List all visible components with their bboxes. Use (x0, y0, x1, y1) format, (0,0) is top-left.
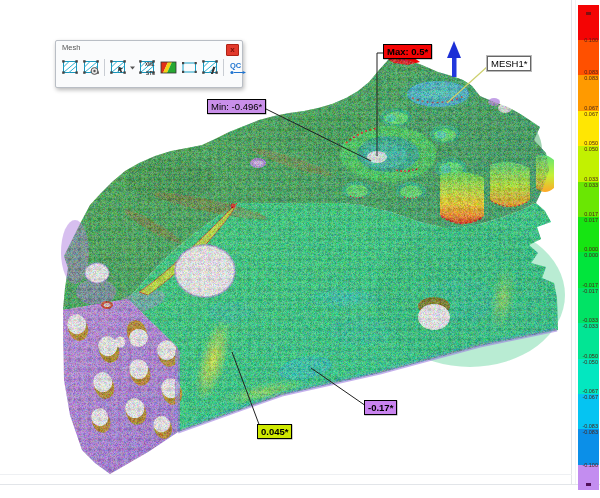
scale-max-marker (586, 12, 591, 15)
dropdown-caret-icon[interactable] (129, 58, 136, 76)
toolbar-icon-row: XMLSTLQC (60, 58, 247, 76)
3d-viewport[interactable]: Max: 0.5* MESH1* Min: -0.496* 0.045* -0.… (0, 0, 600, 498)
close-icon[interactable]: x (226, 44, 239, 56)
toolbar-separator (104, 59, 105, 76)
annotation-deviation-b[interactable]: -0.17* (364, 400, 397, 415)
scale-tick-label: 0.0500.050 (584, 140, 598, 152)
axis-arrow-icon (447, 41, 461, 77)
mesh-convert-stl-icon[interactable]: XMLSTL (137, 58, 157, 76)
annotation-max[interactable]: Max: 0.5* (383, 44, 432, 59)
scale-tick-label: -0.050-0.050 (582, 352, 598, 364)
viewport-border (571, 0, 572, 484)
annotation-min[interactable]: Min: -0.496* (207, 99, 266, 114)
scale-tick-label: -0.100 (582, 462, 598, 468)
mesh-region-icon[interactable] (179, 58, 199, 76)
svg-text:STL: STL (146, 71, 155, 76)
viewport-border (0, 484, 600, 485)
mesh-selection-icon[interactable] (108, 58, 128, 76)
scale-tick-label: -0.033-0.033 (582, 317, 598, 329)
scale-tick-label: 0.0670.067 (584, 105, 598, 117)
toolbar-title: Mesh (62, 43, 80, 52)
mesh-colormap-icon[interactable] (158, 58, 178, 76)
svg-text:QC: QC (230, 61, 242, 70)
viewport-border (0, 474, 572, 475)
toolbar-separator (223, 59, 224, 76)
color-scale[interactable]: 0.1000.0830.0830.0670.0670.0500.0500.033… (578, 5, 599, 491)
scale-tick-label: 0.0170.017 (584, 211, 598, 223)
mesh-icon[interactable] (60, 58, 80, 76)
scale-tick-label: -0.017-0.017 (582, 282, 598, 294)
scale-tick-label: 0.100 (584, 37, 598, 43)
viewport-border (575, 0, 576, 484)
svg-text:XML: XML (145, 62, 155, 67)
color-band (578, 5, 599, 40)
scale-tick-label: 0.0330.033 (584, 175, 598, 187)
scale-min-marker (586, 483, 591, 486)
scale-tick-label: 0.0830.083 (584, 69, 598, 81)
mesh-edit-icon[interactable] (200, 58, 220, 76)
annotation-deviation-a[interactable]: 0.045* (257, 424, 292, 439)
color-band (578, 465, 599, 490)
annotation-mesh-name[interactable]: MESH1* (487, 56, 531, 71)
mesh-toolbar[interactable]: Mesh x XMLSTLQC (55, 40, 243, 88)
scale-tick-label: -0.083-0.083 (582, 423, 598, 435)
qc-icon[interactable]: QC (227, 58, 247, 76)
scale-tick-label: -0.067-0.067 (582, 388, 598, 400)
scale-tick-label: 0.0000.000 (584, 246, 598, 258)
mesh-settings-icon[interactable] (81, 58, 101, 76)
